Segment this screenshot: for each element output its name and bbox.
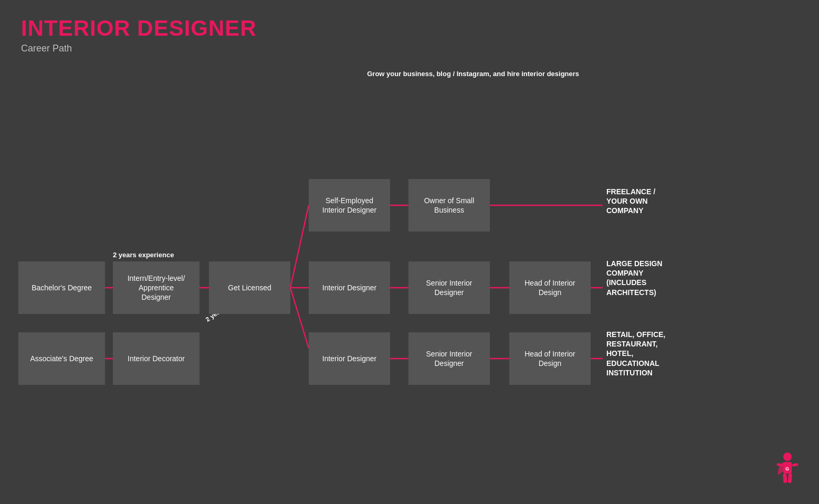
label-retail: RETAIL, OFFICE,RESTAURANT,HOTEL,EDUCATIO… <box>606 330 666 377</box>
node-associates: Associate's Degree <box>18 332 105 385</box>
node-self-employed: Self-EmployedInterior Designer <box>309 179 390 232</box>
node-interior-decorator: Interior Decorator <box>113 332 200 385</box>
label-large-design: LARGE DESIGNCOMPANY(INCLUDESARCHITECTS) <box>606 259 663 297</box>
node-senior-top: Senior InteriorDesigner <box>408 261 490 314</box>
svg-text:G: G <box>785 466 789 471</box>
node-head-bot: Head of InteriorDesign <box>509 332 591 385</box>
node-get-licensed: Get Licensed <box>209 261 290 314</box>
node-senior-bot: Senior InteriorDesigner <box>408 332 490 385</box>
node-head-top: Head of InteriorDesign <box>509 261 591 314</box>
svg-rect-19 <box>788 474 792 484</box>
svg-line-3 <box>290 205 309 288</box>
svg-point-14 <box>783 453 792 461</box>
node-interior-designer-bot: Interior Designer <box>309 332 390 385</box>
grow-label: Grow your business, blog / Instagram, an… <box>367 70 579 78</box>
label-freelance: FREELANCE /YOUR OWNCOMPANY <box>606 187 655 216</box>
svg-line-4 <box>290 288 309 348</box>
node-bachelors: Bachelor's Degree <box>18 261 105 314</box>
diagram-area: Grow your business, blog / Instagram, an… <box>0 65 819 432</box>
svg-rect-18 <box>783 474 788 484</box>
logo: G <box>772 452 803 488</box>
header: INTERIOR DESIGNER Career Path <box>0 0 819 59</box>
exp-label-top: 2 years experience <box>113 251 174 259</box>
page-title: INTERIOR DESIGNER <box>21 16 798 41</box>
node-owner-small-biz: Owner of SmallBusiness <box>408 179 490 232</box>
node-intern: Intern/Entry-level/ApprenticeDesigner <box>113 261 200 314</box>
svg-rect-17 <box>792 463 799 467</box>
node-interior-designer-top: Interior Designer <box>309 261 390 314</box>
page-subtitle: Career Path <box>21 43 798 54</box>
